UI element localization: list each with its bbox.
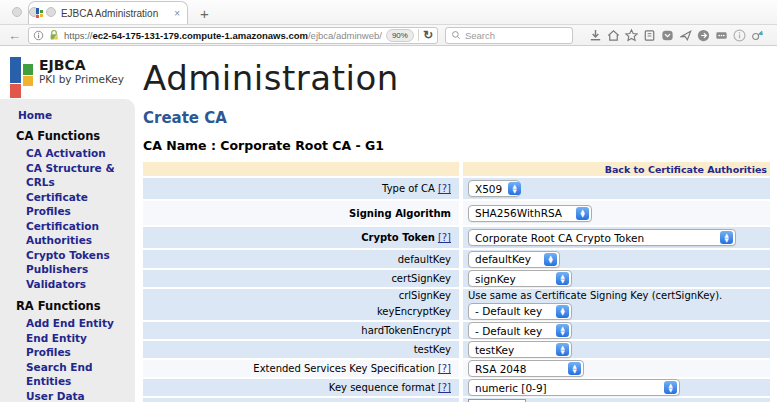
bookmark-star-icon[interactable] (624, 28, 639, 43)
field-label: Extended Services Key Specification (253, 363, 435, 374)
select-stepper-icon: ▲▼ (556, 305, 569, 318)
key-sequence-format-select[interactable]: numeric [0-9]▲▼ (468, 379, 680, 396)
pocket-icon[interactable] (660, 28, 675, 43)
library-icon[interactable] (642, 28, 657, 43)
field-label: keyEncryptKey (377, 306, 451, 317)
screenshot-icon[interactable] (696, 28, 711, 43)
zoom-level-badge[interactable]: 90% (386, 29, 414, 42)
testkey-select[interactable]: testKey▲▼ (468, 341, 572, 358)
form-row-hardtokenencrypt: hardTokenEncrypt - Default key▲▼ (143, 322, 770, 339)
send-icon[interactable] (678, 28, 693, 43)
window-controls[interactable] (12, 7, 56, 17)
more-tools-icon[interactable] (714, 28, 729, 43)
defaultkey-select[interactable]: defaultKey▲▼ (468, 251, 560, 268)
logo-title: EJBCA (39, 57, 124, 73)
search-input[interactable]: Search (445, 27, 573, 44)
form-row-key-sequence: Key sequence[?] (143, 398, 770, 402)
field-label: certSignKey (391, 273, 451, 284)
logo-subtitle: PKI by PrimeKey (39, 73, 124, 85)
select-stepper-icon: ▲▼ (508, 182, 521, 195)
main-content: Administration Create CA CA Name : Corpo… (135, 46, 777, 402)
sidebar-item-crypto-tokens[interactable]: Crypto Tokens (26, 248, 131, 263)
browser-chrome: EJBCA Administration × + ← https://ec2-5… (0, 0, 777, 46)
keyencryptkey-select[interactable]: - Default key▲▼ (468, 303, 572, 320)
form-row-certsignkey: certSignKey signKey▲▼ (143, 270, 770, 287)
help-link[interactable]: [?] (438, 183, 451, 194)
url-text[interactable]: https://ec2-54-175-131-179.compute-1.ama… (64, 30, 382, 41)
ejbca-favicon-icon (36, 8, 45, 18)
url-bar[interactable]: https://ec2-54-175-131-179.compute-1.ama… (28, 27, 438, 44)
sidebar-item-end-entity-profiles[interactable]: End Entity Profiles (26, 331, 131, 360)
field-label: Key sequence format (329, 382, 435, 393)
sidebar-nav: Home CA Functions CA Activation CA Struc… (0, 99, 135, 402)
help-link[interactable]: [?] (438, 382, 451, 393)
sidebar-section-ca-functions: CA Functions (16, 129, 131, 143)
field-label: testKey (414, 344, 451, 355)
select-stepper-icon: ▲▼ (568, 362, 581, 375)
search-placeholder: Search (465, 30, 495, 41)
site-info-icon[interactable] (33, 30, 44, 41)
new-tab-button[interactable]: + (200, 5, 209, 22)
sidebar-item-add-end-entity[interactable]: Add End Entity (26, 316, 131, 331)
select-stepper-icon: ▲▼ (720, 231, 733, 244)
sidebar-section-ra-functions: RA Functions (16, 299, 131, 313)
back-to-certificate-authorities-link[interactable]: Back to Certificate Authorities (468, 164, 770, 175)
form-row-crlsignkey: crlSignKey Use same as Certificate Signi… (143, 289, 770, 302)
field-label: Type of CA (382, 183, 435, 194)
select-stepper-icon: ▲▼ (576, 207, 589, 220)
hardtokenencrypt-select[interactable]: - Default key▲▼ (468, 322, 572, 339)
help-link[interactable]: [?] (438, 232, 451, 243)
certsignkey-select[interactable]: signKey▲▼ (468, 270, 572, 287)
form-row-key-sequence-format: Key sequence format[?] numeric [0-9]▲▼ (143, 379, 770, 396)
info-icon[interactable] (732, 28, 747, 43)
tab-title: EJBCA Administration (51, 8, 168, 19)
form-row-type-of-ca: Type of CA[?] X509▲▼ (143, 178, 770, 199)
form-header-row: Back to Certificate Authorities (143, 162, 770, 176)
sidebar-item-search-end-entities[interactable]: Search End Entities (26, 360, 131, 389)
form-row-signing-algorithm: Signing Algorithm SHA256WithRSA▲▼ (143, 201, 770, 225)
sidebar-item-publishers[interactable]: Publishers (26, 262, 131, 277)
toolbar-icons (580, 28, 769, 43)
sidebar-item-ca-structure-crls[interactable]: CA Structure & CRLs (26, 161, 131, 190)
home-icon[interactable] (606, 28, 621, 43)
select-stepper-icon: ▲▼ (556, 343, 569, 356)
download-icon[interactable] (588, 28, 603, 43)
zoom-window-button[interactable] (46, 7, 56, 17)
ejbca-logo: EJBCA PKI by PrimeKey (0, 46, 135, 99)
extension-icon[interactable] (750, 28, 765, 43)
signing-algorithm-select[interactable]: SHA256WithRSA▲▼ (468, 205, 592, 222)
reload-icon[interactable]: ↻ (423, 29, 433, 41)
field-label: defaultKey (398, 254, 451, 265)
tab-close-icon[interactable]: × (174, 8, 180, 19)
select-stepper-icon: ▲▼ (544, 253, 557, 266)
form-row-keyencryptkey: keyEncryptKey - Default key▲▼ (143, 302, 770, 320)
crlsignkey-note: Use same as Certificate Signing Key (cer… (468, 290, 722, 301)
back-button-icon[interactable]: ← (8, 29, 21, 42)
select-stepper-icon: ▲▼ (556, 272, 569, 285)
navigation-toolbar: ← https://ec2-54-175-131-179.compute-1.a… (0, 24, 777, 46)
ssl-lock-warning-icon[interactable] (48, 29, 60, 41)
type-of-ca-select[interactable]: X509▲▼ (468, 180, 520, 197)
create-ca-heading: Create CA (143, 109, 770, 127)
form-row-crypto-token: Crypto Token[?] Corporate Root CA Crypto… (143, 227, 770, 248)
primekey-logo-icon (10, 57, 34, 99)
form-row-testkey: testKey testKey▲▼ (143, 341, 770, 358)
field-label: crlSignKey (399, 290, 451, 301)
help-link[interactable]: [?] (438, 363, 451, 374)
select-stepper-icon: ▲▼ (556, 324, 569, 337)
sidebar-item-certificate-profiles[interactable]: Certificate Profiles (26, 190, 131, 219)
page-title: Administration (143, 58, 770, 98)
sidebar: EJBCA PKI by PrimeKey Home CA Functions … (0, 46, 135, 402)
close-window-button[interactable] (12, 7, 22, 17)
sidebar-item-home[interactable]: Home (18, 109, 131, 121)
sidebar-item-validators[interactable]: Validators (26, 277, 131, 292)
sidebar-item-user-data-sources[interactable]: User Data Sources (26, 389, 131, 402)
field-label: hardTokenEncrypt (361, 325, 451, 336)
crypto-token-select[interactable]: Corporate Root CA Crypto Token▲▼ (468, 229, 736, 246)
extended-services-key-spec-select[interactable]: RSA 2048▲▼ (468, 360, 584, 377)
sidebar-item-certification-authorities[interactable]: Certification Authorities (26, 219, 131, 248)
field-label: Signing Algorithm (349, 208, 451, 219)
ca-name-line: CA Name : Corporate Root CA - G1 (143, 138, 770, 153)
tab-bar: EJBCA Administration × + (0, 0, 777, 24)
sidebar-item-ca-activation[interactable]: CA Activation (26, 146, 131, 161)
